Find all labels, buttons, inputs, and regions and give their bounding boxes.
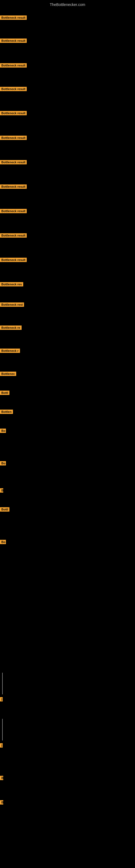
result-row-12: Bottleneck res [0, 282, 23, 287]
result-row-6: Bottleneck result [0, 135, 27, 141]
result-row-4: Bottleneck result [0, 111, 27, 116]
site-title: TheBottlenecker.com [0, 1, 135, 8]
result-row-2: Bottleneck result [0, 38, 27, 44]
bottleneck-badge-11[interactable]: Bottleneck result [0, 258, 27, 262]
result-row-7: Bottleneck result [0, 160, 27, 165]
bottleneck-badge-22[interactable]: Bottl [0, 507, 9, 512]
bottleneck-badge-24[interactable]: | [0, 697, 3, 702]
result-row-22: Bottl [0, 507, 9, 513]
bottleneck-badge-15[interactable]: Bottleneck r [0, 348, 20, 353]
result-row-20: Bo [0, 461, 6, 467]
bottleneck-badge-5[interactable]: Bottleneck result [0, 87, 27, 91]
bottleneck-badge-21[interactable]: B [0, 488, 3, 493]
result-row-8: Bottleneck result [0, 184, 27, 190]
bottleneck-badge-4[interactable]: Bottleneck result [0, 111, 27, 115]
result-row-10: Bottleneck result [0, 233, 27, 239]
result-row-25: | [0, 743, 3, 749]
bottleneck-badge-1[interactable]: Bottleneck result [0, 16, 27, 20]
bottleneck-badge-18[interactable]: Bottlen [0, 410, 13, 414]
result-row-27: B [0, 800, 3, 806]
bottleneck-badge-6[interactable]: Bottleneck result [0, 135, 27, 140]
bottleneck-badge-26[interactable]: B [0, 776, 3, 780]
bottleneck-badge-20[interactable]: Bo [0, 461, 6, 465]
result-row-23: Bo [0, 540, 6, 545]
bottleneck-badge-23[interactable]: Bo [0, 540, 6, 544]
result-row-3: Bottleneck result [0, 63, 27, 69]
result-row-13: Bottleneck rest [0, 303, 24, 308]
result-row-21: B [0, 488, 3, 494]
bottleneck-badge-17[interactable]: Bottl [0, 391, 9, 395]
bottleneck-badge-27[interactable]: B [0, 800, 3, 805]
result-row-15: Bottleneck r [0, 348, 20, 354]
bottleneck-badge-2[interactable]: Bottleneck result [0, 38, 27, 43]
result-row-17: Bottl [0, 391, 9, 396]
bottleneck-badge-16[interactable]: Bottlenec [0, 372, 16, 376]
result-row-11: Bottleneck result [0, 258, 27, 263]
result-row-9: Bottleneck result [0, 209, 27, 214]
bottleneck-badge-3[interactable]: Bottleneck result [0, 63, 27, 67]
result-row-19: Bo [0, 429, 6, 434]
bottleneck-badge-8[interactable]: Bottleneck result [0, 184, 27, 189]
bottleneck-badge-7[interactable]: Bottleneck result [0, 160, 27, 164]
bottleneck-badge-14[interactable]: Bottleneck re [0, 326, 21, 330]
bottleneck-badge-9[interactable]: Bottleneck result [0, 209, 27, 213]
bottleneck-badge-25[interactable]: | [0, 743, 3, 748]
result-row-24: | [0, 697, 3, 703]
bottleneck-badge-12[interactable]: Bottleneck res [0, 282, 23, 286]
result-row-1: Bottleneck result [0, 16, 27, 21]
vertical-line-1 [2, 673, 3, 694]
vertical-line-2 [2, 719, 3, 741]
result-row-5: Bottleneck result [0, 87, 27, 92]
result-row-18: Bottlen [0, 410, 13, 415]
result-row-14: Bottleneck re [0, 326, 21, 331]
bottleneck-badge-10[interactable]: Bottleneck result [0, 233, 27, 238]
result-row-16: Bottlenec [0, 372, 16, 377]
bottleneck-badge-13[interactable]: Bottleneck rest [0, 303, 24, 307]
bottleneck-badge-19[interactable]: Bo [0, 429, 6, 433]
result-row-26: B [0, 776, 3, 781]
